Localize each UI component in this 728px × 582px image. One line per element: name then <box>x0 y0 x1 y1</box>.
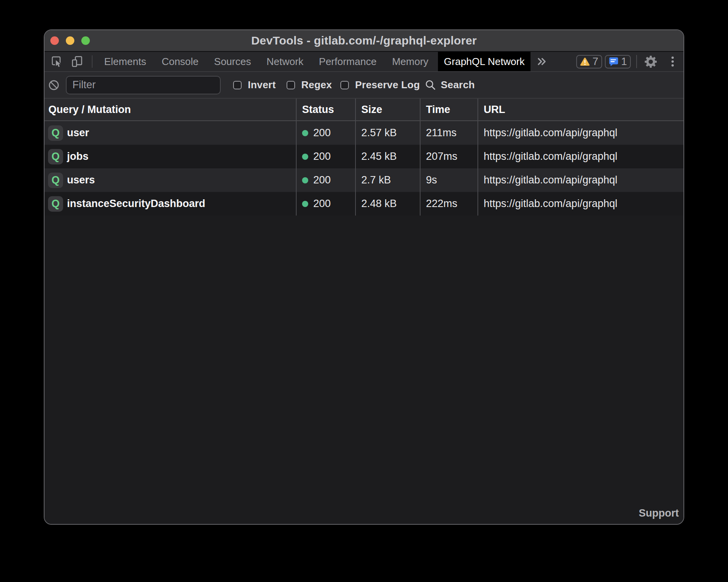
traffic-lights <box>50 30 90 51</box>
filter-input[interactable] <box>66 76 221 94</box>
status-code: 200 <box>313 174 331 186</box>
status-ok-dot <box>302 201 308 207</box>
regex-label: Regex <box>301 79 332 91</box>
device-toolbar-icon <box>71 56 83 67</box>
tab-console[interactable]: Console <box>154 52 206 71</box>
titlebar: DevTools - gitlab.com/-/graphql-explorer <box>45 30 683 52</box>
table-row[interactable]: Q users 200 2.7 kB 9s https://gitlab.com… <box>45 168 683 192</box>
support-link[interactable]: Support <box>639 507 679 519</box>
tab-memory[interactable]: Memory <box>384 52 436 71</box>
tab-elements[interactable]: Elements <box>96 52 154 71</box>
size-cell: 2.45 kB <box>355 145 420 168</box>
more-tabs-button[interactable] <box>531 52 553 71</box>
time-cell: 222ms <box>420 192 477 216</box>
preserve-log-label: Preserve Log <box>355 79 420 91</box>
status-ok-dot <box>302 154 308 160</box>
status-cell: 200 <box>296 192 355 216</box>
search-group[interactable]: Search <box>425 79 475 91</box>
devtools-tabbar: Elements Console Sources Network Perform… <box>45 52 683 72</box>
url-cell: https://gitlab.com/api/graphql <box>477 121 683 145</box>
message-icon <box>609 57 618 67</box>
query-type-badge: Q <box>48 196 63 212</box>
url-cell: https://gitlab.com/api/graphql <box>477 168 683 192</box>
messages-badge[interactable]: 1 <box>605 55 631 68</box>
time-cell: 211ms <box>420 121 477 145</box>
query-type-badge: Q <box>48 173 63 188</box>
invert-checkbox[interactable] <box>233 81 242 89</box>
query-type-badge: Q <box>48 149 63 164</box>
column-header-size[interactable]: Size <box>355 99 420 120</box>
status-ok-dot <box>302 130 308 136</box>
size-cell: 2.57 kB <box>355 121 420 145</box>
devtools-window: DevTools - gitlab.com/-/graphql-explorer <box>44 29 684 525</box>
table-empty-area: Support <box>45 216 683 524</box>
query-name: users <box>67 174 95 186</box>
toolbar-divider <box>636 55 637 68</box>
size-cell: 2.7 kB <box>355 168 420 192</box>
preserve-log-checkbox[interactable] <box>340 81 349 89</box>
regex-filter-group: Regex <box>287 79 332 91</box>
block-requests-button[interactable] <box>49 80 59 90</box>
minimize-button[interactable] <box>66 36 74 45</box>
query-name: instanceSecurityDashboard <box>67 198 205 210</box>
column-header-status[interactable]: Status <box>296 99 355 120</box>
window-title: DevTools - gitlab.com/-/graphql-explorer <box>251 34 477 47</box>
filter-toolbar: Invert Regex Preserve Log Search <box>45 72 683 99</box>
zoom-button[interactable] <box>81 36 90 45</box>
table-row[interactable]: Q user 200 2.57 kB 211ms https://gitlab.… <box>45 121 683 145</box>
warnings-badge[interactable]: 7 <box>576 55 602 68</box>
tabbar-right-controls: 7 1 <box>573 52 683 71</box>
column-header-query[interactable]: Query / Mutation <box>45 99 296 120</box>
device-toolbar-button[interactable] <box>69 52 85 71</box>
column-header-time[interactable]: Time <box>420 99 477 120</box>
query-type-badge: Q <box>48 125 63 141</box>
inspect-element-button[interactable] <box>49 52 65 71</box>
panel-tabs: Elements Console Sources Network Perform… <box>96 52 531 71</box>
settings-gear-icon <box>644 55 657 68</box>
status-ok-dot <box>302 177 308 183</box>
close-button[interactable] <box>50 36 59 45</box>
invert-filter-group: Invert <box>233 79 276 91</box>
status-cell: 200 <box>296 145 355 168</box>
inspect-icon <box>51 56 63 68</box>
table-row[interactable]: Q instanceSecurityDashboard 200 2.48 kB … <box>45 192 683 216</box>
message-count: 1 <box>621 56 627 68</box>
query-name: jobs <box>67 151 89 163</box>
time-cell: 207ms <box>420 145 477 168</box>
block-icon <box>49 80 59 90</box>
invert-label: Invert <box>248 79 276 91</box>
status-cell: 200 <box>296 168 355 192</box>
preserve-log-group: Preserve Log <box>340 79 420 91</box>
tab-performance[interactable]: Performance <box>311 52 385 71</box>
tab-graphql-network[interactable]: GraphQL Network <box>438 52 531 71</box>
size-cell: 2.48 kB <box>355 192 420 216</box>
more-tabs-icon <box>536 56 548 67</box>
kebab-menu-icon <box>671 56 674 59</box>
regex-checkbox[interactable] <box>287 81 295 89</box>
warning-icon <box>580 57 590 66</box>
tab-network[interactable]: Network <box>259 52 311 71</box>
status-code: 200 <box>313 198 331 210</box>
status-cell: 200 <box>296 121 355 145</box>
column-header-url[interactable]: URL <box>477 99 683 120</box>
search-icon <box>425 80 436 90</box>
status-code: 200 <box>313 127 331 139</box>
query-name: user <box>67 127 89 139</box>
table-header: Query / Mutation Status Size Time URL <box>45 99 683 121</box>
settings-button[interactable] <box>643 55 658 68</box>
warning-count: 7 <box>592 56 598 68</box>
url-cell: https://gitlab.com/api/graphql <box>477 145 683 168</box>
status-code: 200 <box>313 151 331 163</box>
time-cell: 9s <box>420 168 477 192</box>
screen: DevTools - gitlab.com/-/graphql-explorer <box>0 0 728 582</box>
url-cell: https://gitlab.com/api/graphql <box>477 192 683 216</box>
search-label: Search <box>441 79 475 91</box>
tab-sources[interactable]: Sources <box>206 52 259 71</box>
menu-button[interactable] <box>667 56 678 67</box>
table-row[interactable]: Q jobs 200 2.45 kB 207ms https://gitlab.… <box>45 145 683 168</box>
toolbar-divider <box>92 55 93 68</box>
